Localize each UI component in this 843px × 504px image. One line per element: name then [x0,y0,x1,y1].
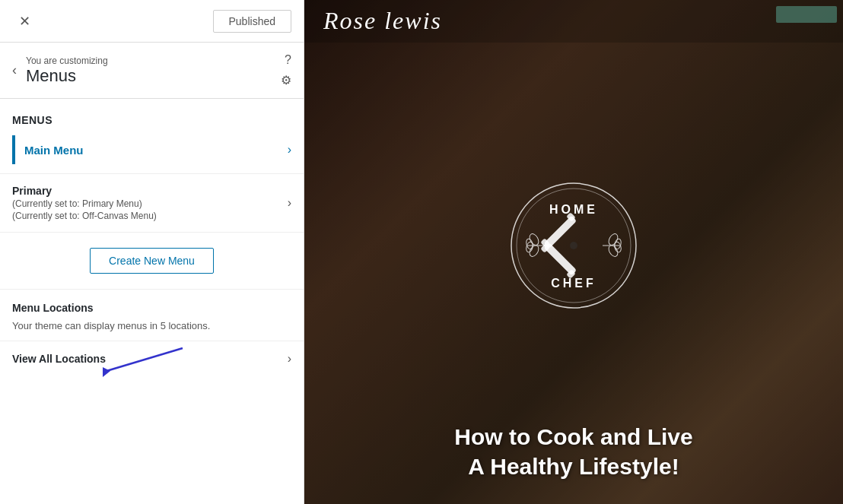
view-all-locations[interactable]: View All Locations › [0,341,304,376]
help-button[interactable]: ? [285,53,291,67]
menus-heading: Menus [12,114,291,126]
published-button[interactable]: Published [213,10,292,33]
breadcrumb-icons: ? ⚙ [281,53,291,87]
primary-sub-1: (Currently set to: Primary Menu) [12,198,288,209]
site-title-svg: Rose lewis [320,0,456,38]
main-menu-arrow: › [288,143,291,157]
breadcrumb-bar: ‹ You are customizing Menus ? ⚙ [0,43,304,99]
svg-point-23 [570,242,577,249]
right-panel: Rose lewis HOME CHEF [304,0,843,504]
primary-title: Primary [12,185,288,197]
main-menu-label: Main Menu [24,144,84,157]
logo-circle: HOME CHEF [505,177,642,314]
primary-sub-2: (Currently set to: Off-Canvas Menu) [12,211,288,221]
svg-text:Rose lewis: Rose lewis [323,7,442,34]
primary-section[interactable]: Primary (Currently set to: Primary Menu)… [0,173,304,232]
svg-text:HOME: HOME [549,203,598,216]
preview-nav-bar [776,6,837,23]
create-new-menu-button[interactable]: Create New Menu [90,248,214,274]
customizing-label: You are customizing [26,55,281,66]
view-all-label: View All Locations [12,353,106,365]
settings-button[interactable]: ⚙ [281,73,291,87]
close-button[interactable]: ✕ [12,9,37,33]
preview-header: Rose lewis [304,0,843,43]
logo-svg: HOME CHEF [505,177,642,314]
primary-arrow: › [288,196,291,210]
left-panel: ✕ Published ‹ You are customizing Menus … [0,0,304,504]
section-title: Menus [26,66,281,86]
menu-locations-title: Menu Locations [12,302,291,314]
primary-text: Primary (Currently set to: Primary Menu)… [12,185,288,221]
top-bar: ✕ Published [0,0,304,43]
site-title: Rose lewis [320,0,456,43]
preview-footer: How to Cook and Live A Healthy Lifestyle… [304,422,843,481]
breadcrumb-text: You are customizing Menus [26,55,281,86]
menu-locations-desc: Your theme can display menus in 5 locati… [12,320,291,331]
footer-heading: How to Cook and Live A Healthy Lifestyle… [320,422,828,481]
create-menu-section: Create New Menu [0,232,304,289]
menus-section: Menus Main Menu › [0,99,304,173]
back-button[interactable]: ‹ [12,62,17,78]
menu-locations-section: Menu Locations Your theme can display me… [0,289,304,338]
svg-text:CHEF: CHEF [551,277,596,290]
main-menu-item[interactable]: Main Menu › [12,135,291,164]
view-all-arrow: › [288,352,291,366]
